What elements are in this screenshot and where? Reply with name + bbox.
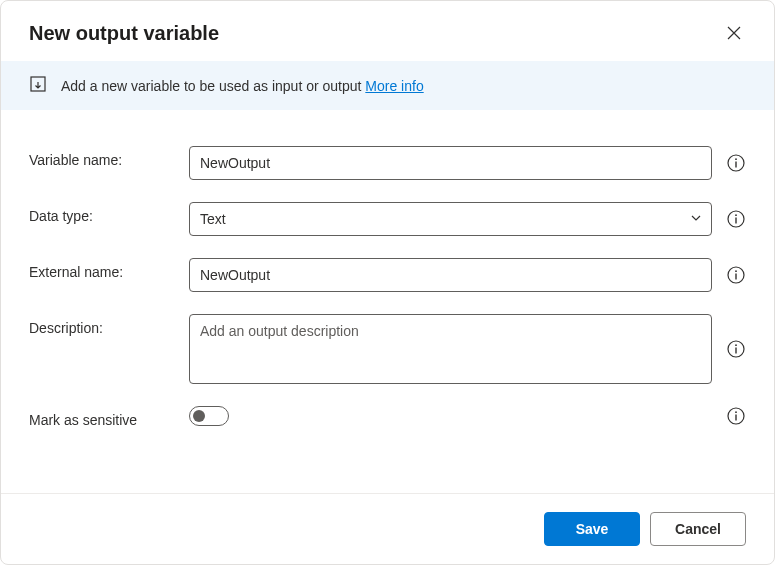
info-banner: Add a new variable to be used as input o… <box>1 61 774 110</box>
variable-name-row: Variable name: <box>29 146 746 180</box>
description-info-button[interactable] <box>726 339 746 359</box>
external-name-row: External name: <box>29 258 746 292</box>
variable-name-label: Variable name: <box>29 146 189 168</box>
mark-sensitive-info-button[interactable] <box>726 406 746 426</box>
dialog-footer: Save Cancel <box>1 493 774 564</box>
info-icon <box>727 154 745 172</box>
svg-rect-9 <box>735 274 736 280</box>
banner-message: Add a new variable to be used as input o… <box>61 78 365 94</box>
form-body: Variable name: Data type: Text <box>1 110 774 493</box>
mark-sensitive-label: Mark as sensitive <box>29 406 189 428</box>
info-icon <box>727 266 745 284</box>
variable-name-input[interactable] <box>189 146 712 180</box>
data-type-info-button[interactable] <box>726 209 746 229</box>
svg-rect-3 <box>735 162 736 168</box>
external-name-label: External name: <box>29 258 189 280</box>
more-info-link[interactable]: More info <box>365 78 423 94</box>
info-icon <box>727 340 745 358</box>
cancel-button[interactable]: Cancel <box>650 512 746 546</box>
close-button[interactable] <box>722 21 746 45</box>
data-type-select[interactable]: Text <box>189 202 712 236</box>
info-icon <box>727 210 745 228</box>
close-icon <box>726 25 742 41</box>
banner-text: Add a new variable to be used as input o… <box>61 78 424 94</box>
external-name-input[interactable] <box>189 258 712 292</box>
dialog-title: New output variable <box>29 22 219 45</box>
svg-rect-15 <box>735 415 736 421</box>
save-button[interactable]: Save <box>544 512 640 546</box>
variable-name-info-button[interactable] <box>726 153 746 173</box>
svg-point-11 <box>735 344 737 346</box>
toggle-knob <box>193 410 205 422</box>
data-type-row: Data type: Text <box>29 202 746 236</box>
dialog-header: New output variable <box>1 1 774 61</box>
mark-sensitive-row: Mark as sensitive <box>29 406 746 428</box>
info-icon <box>727 407 745 425</box>
mark-sensitive-toggle[interactable] <box>189 406 229 426</box>
data-type-label: Data type: <box>29 202 189 224</box>
new-output-variable-dialog: New output variable Add a new variable t… <box>0 0 775 565</box>
svg-point-8 <box>735 270 737 272</box>
svg-point-14 <box>735 411 737 413</box>
variable-icon <box>29 75 47 96</box>
svg-point-5 <box>735 214 737 216</box>
svg-rect-6 <box>735 218 736 224</box>
description-textarea[interactable] <box>189 314 712 384</box>
external-name-info-button[interactable] <box>726 265 746 285</box>
svg-point-2 <box>735 158 737 160</box>
description-label: Description: <box>29 314 189 336</box>
svg-rect-12 <box>735 348 736 354</box>
description-row: Description: <box>29 314 746 384</box>
